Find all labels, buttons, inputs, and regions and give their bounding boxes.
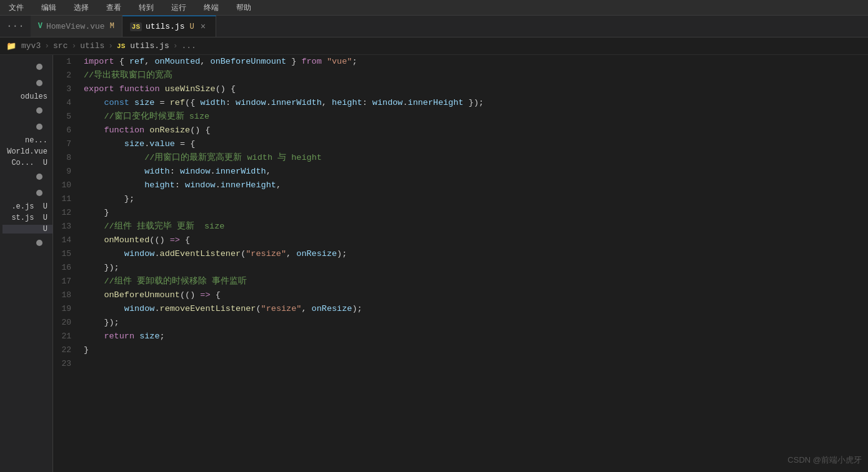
folder-icon: 📁	[6, 41, 16, 51]
line-content-6: function onResize() {	[81, 124, 211, 137]
sidebar-dot-7	[36, 240, 42, 246]
code-line-1: 1import { ref, onMounted, onBeforeUnmoun…	[53, 55, 868, 69]
line-number-7: 7	[53, 137, 81, 151]
line-content-3: export function useWinSize() {	[81, 82, 236, 96]
sidebar-dot-3	[36, 107, 42, 114]
menu-help[interactable]: 帮助	[232, 1, 255, 14]
code-line-17: 17 //组件 要卸载的时候移除 事件监听	[53, 275, 868, 288]
tab-homeview-badge: M	[110, 22, 114, 31]
line-number-21: 21	[53, 330, 81, 343]
sidebar-item-stjs[interactable]: st.js U	[11, 214, 52, 222]
tab-homeview[interactable]: V HomeView.vue M	[31, 16, 122, 37]
line-number-3: 3	[53, 82, 81, 96]
code-line-14: 14 onMounted(() => {	[53, 234, 868, 247]
main-area: odules ne... World.vue Co... U .e.js U s…	[0, 55, 868, 472]
line-content-20: });	[81, 316, 119, 330]
line-content-7: size.value = {	[81, 137, 195, 151]
menu-goto[interactable]: 转到	[135, 1, 157, 14]
menu-view[interactable]: 查看	[102, 1, 125, 14]
line-number-16: 16	[53, 261, 81, 275]
sidebar-item-modules[interactable]: odules	[21, 92, 52, 101]
breadcrumb-sep2: ›	[71, 41, 76, 51]
line-number-10: 10	[53, 179, 81, 192]
sidebar-dot-5	[36, 174, 42, 180]
code-line-2: 2//导出获取窗口的宽高	[53, 69, 868, 82]
code-line-5: 5 //窗口变化时候更新 size	[53, 110, 868, 124]
code-area: 1import { ref, onMounted, onBeforeUnmoun…	[53, 55, 868, 371]
line-content-15: window.addEventListener("resize", onResi…	[81, 247, 347, 261]
code-line-16: 16 });	[53, 261, 868, 275]
editor[interactable]: 1import { ref, onMounted, onBeforeUnmoun…	[53, 55, 868, 472]
code-line-3: 3export function useWinSize() {	[53, 82, 868, 96]
tab-utils-badge: U	[189, 22, 194, 31]
line-number-2: 2	[53, 69, 81, 82]
tab-utils-close[interactable]: ×	[198, 21, 208, 33]
breadcrumb-js-icon: JS	[117, 42, 125, 50]
breadcrumb-filename[interactable]: utils.js	[130, 41, 169, 51]
breadcrumb-sep3: ›	[108, 41, 113, 51]
code-line-18: 18 onBeforeUnmount(() => {	[53, 288, 868, 302]
code-line-15: 15 window.addEventListener("resize", onR…	[53, 247, 868, 261]
breadcrumb-sep1: ›	[44, 41, 49, 51]
js-icon: JS	[130, 22, 142, 31]
line-content-10: height: window.innerHeight,	[81, 179, 281, 192]
menu-terminal[interactable]: 终端	[200, 1, 222, 14]
sidebar: odules ne... World.vue Co... U .e.js U s…	[0, 55, 53, 472]
sidebar-item-worldvue[interactable]: World.vue	[7, 147, 52, 156]
code-line-7: 7 size.value = {	[53, 137, 868, 151]
menu-run[interactable]: 运行	[167, 1, 190, 14]
line-number-12: 12	[53, 206, 81, 220]
line-number-4: 4	[53, 96, 81, 110]
line-number-23: 23	[53, 357, 81, 371]
menu-file[interactable]: 文件	[5, 1, 27, 14]
code-line-20: 20 });	[53, 316, 868, 330]
tab-homeview-label: HomeView.vue	[46, 22, 105, 31]
code-line-8: 8 //用窗口的最新宽高更新 width 与 height	[53, 151, 868, 165]
line-content-16: });	[81, 261, 119, 275]
breadcrumb-utils[interactable]: utils	[80, 41, 104, 51]
tab-bar: ··· V HomeView.vue M JS utils.js U ×	[0, 16, 868, 37]
tab-utils-label: utils.js	[146, 22, 184, 31]
code-line-22: 22}	[53, 343, 868, 357]
line-content-4: const size = ref({ width: window.innerWi…	[81, 96, 484, 110]
breadcrumb: 📁 myv3 › src › utils › JS utils.js › ...	[0, 37, 868, 55]
line-content-9: width: window.innerWidth,	[81, 165, 271, 179]
sidebar-dot-4	[36, 124, 42, 130]
line-number-20: 20	[53, 316, 81, 330]
line-number-6: 6	[53, 124, 81, 137]
menu-bar: 文件 编辑 选择 查看 转到 运行 终端 帮助	[0, 0, 868, 16]
sidebar-dot-1	[36, 64, 42, 70]
sidebar-item-active[interactable]: U	[2, 225, 52, 234]
line-number-22: 22	[53, 343, 81, 357]
menu-select[interactable]: 选择	[70, 1, 92, 14]
breadcrumb-src[interactable]: src	[53, 41, 67, 51]
sidebar-item-ne[interactable]: ne...	[25, 136, 52, 145]
line-content-13: //组件 挂载完毕 更新 size	[81, 220, 224, 234]
tab-utils[interactable]: JS utils.js U ×	[122, 16, 216, 37]
watermark: CSDN @前端小虎牙	[787, 455, 862, 466]
line-content-21: return size;	[81, 330, 165, 343]
line-number-1: 1	[53, 55, 81, 69]
line-number-9: 9	[53, 165, 81, 179]
line-number-14: 14	[53, 234, 81, 247]
line-content-2: //导出获取窗口的宽高	[81, 69, 172, 82]
code-line-21: 21 return size;	[53, 330, 868, 343]
line-content-17: //组件 要卸载的时候移除 事件监听	[81, 275, 247, 288]
line-number-13: 13	[53, 220, 81, 234]
vue-icon: V	[38, 22, 42, 31]
sidebar-dot-2	[36, 80, 42, 86]
line-content-11: };	[81, 192, 134, 206]
line-number-15: 15	[53, 247, 81, 261]
line-content-22: }	[81, 343, 89, 357]
code-line-4: 4 const size = ref({ width: window.inner…	[53, 96, 868, 110]
menu-edit[interactable]: 编辑	[37, 1, 60, 14]
sidebar-dot-6	[36, 190, 42, 196]
breadcrumb-project[interactable]: myv3	[21, 41, 41, 51]
sidebar-item-co[interactable]: Co... U	[11, 159, 52, 167]
tab-more-button[interactable]: ···	[0, 16, 31, 37]
line-content-19: window.removeEventListener("resize", onR…	[81, 302, 362, 316]
sidebar-item-ejs[interactable]: .e.js U	[11, 202, 52, 211]
code-line-10: 10 height: window.innerHeight,	[53, 179, 868, 192]
line-content-1: import { ref, onMounted, onBeforeUnmount…	[81, 55, 357, 69]
line-number-19: 19	[53, 302, 81, 316]
